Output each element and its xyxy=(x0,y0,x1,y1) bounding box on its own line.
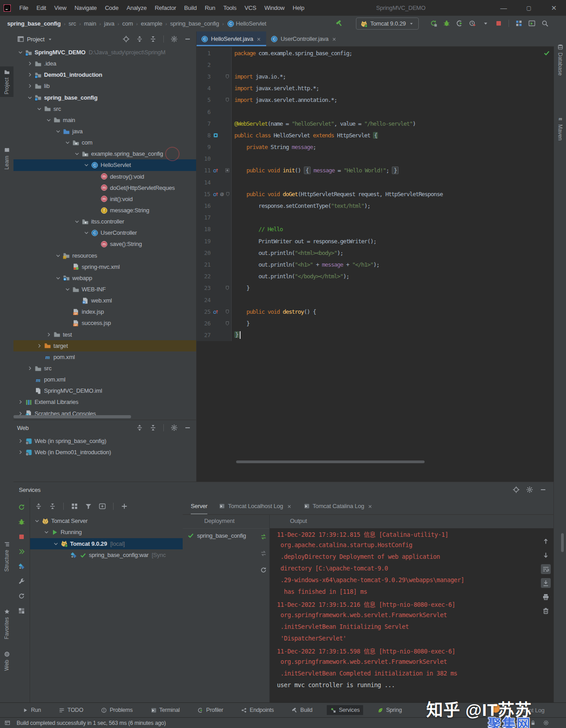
toolwindow-button-problems[interactable]: Problems xyxy=(97,705,136,715)
override-icon[interactable] xyxy=(213,309,219,315)
stripe-item-project[interactable]: Project xyxy=(0,66,13,97)
close-icon[interactable] xyxy=(256,35,262,42)
tree-row[interactable]: WEB-INF xyxy=(13,284,196,295)
tree-row[interactable]: JSPindex.jsp xyxy=(13,306,196,317)
minimize-button[interactable]: — xyxy=(499,4,509,12)
tree-row[interactable]: SpringMVC_DEMOD:\Java_study\project\Spri… xyxy=(13,47,196,58)
fold-marker[interactable] xyxy=(224,165,232,176)
editor-tab-UserController.java[interactable]: CUserController.java xyxy=(266,31,342,46)
gear-button[interactable] xyxy=(169,423,179,433)
menu-analyze[interactable]: Analyze xyxy=(123,4,151,11)
tree-row[interactable]: com xyxy=(13,137,196,148)
menu-tools[interactable]: Tools xyxy=(219,4,240,11)
fold-marker[interactable] xyxy=(224,282,232,294)
output-log[interactable]: 11-Dec-2022 17:39:12.815 信息 [Catalina-ut… xyxy=(270,528,553,693)
toolwindow-button-build[interactable]: Build xyxy=(288,705,316,715)
window-layout-icon[interactable] xyxy=(4,720,10,726)
fold-marker[interactable] xyxy=(224,317,232,329)
fold-marker[interactable] xyxy=(225,188,232,200)
tree-row[interactable]: src xyxy=(13,363,196,374)
breadcrumb-item[interactable]: CHelloServlet xyxy=(227,20,267,27)
tree-row[interactable]: CUserController xyxy=(13,227,196,238)
chevron-right-icon[interactable] xyxy=(46,332,53,338)
tree-row[interactable]: mdestroy():void xyxy=(13,171,196,182)
close-button[interactable]: ✕ xyxy=(549,4,559,12)
filter-button[interactable] xyxy=(83,501,93,511)
tree-row[interactable]: itss.controller xyxy=(13,216,196,227)
tree-row[interactable]: Web (in spring_base_config) xyxy=(13,435,196,447)
stripe-item-learn[interactable]: Learn xyxy=(0,145,13,172)
arrow-up-button[interactable] xyxy=(541,536,551,546)
print-button[interactable] xyxy=(541,592,551,602)
toolwindow-button-terminal[interactable]: Terminal xyxy=(147,705,184,715)
expand-all-button[interactable] xyxy=(34,501,44,511)
chevron-right-icon[interactable] xyxy=(27,365,35,371)
stripe-item-favorites[interactable]: Favorites xyxy=(0,606,13,642)
arrow-down-button[interactable] xyxy=(541,550,551,560)
tree-row[interactable]: External Libraries xyxy=(13,396,196,408)
override-icon[interactable] xyxy=(213,167,219,173)
stop-button[interactable] xyxy=(17,532,26,542)
editor-hscrollbar[interactable] xyxy=(236,460,425,463)
services-tab-server[interactable]: Server xyxy=(191,498,207,514)
chevron-right-icon[interactable] xyxy=(27,72,35,78)
chevron-right-icon[interactable] xyxy=(18,449,25,455)
services-tab-tomcat-catalina-log[interactable]: Tomcat Catalina Log xyxy=(304,498,373,514)
chevron-down-icon[interactable] xyxy=(65,140,72,145)
chevron-right-icon[interactable] xyxy=(18,399,25,405)
chevron-down-icon[interactable] xyxy=(53,541,61,547)
menu-run[interactable]: Run xyxy=(201,4,219,11)
collapse-all-button[interactable] xyxy=(148,34,158,44)
tree-row[interactable]: java xyxy=(13,126,196,137)
gutter-class-icon[interactable] xyxy=(213,132,219,138)
chevron-down-small-button[interactable] xyxy=(481,18,491,28)
tree-row[interactable]: target xyxy=(13,340,196,351)
build-hammer-button[interactable] xyxy=(334,18,344,28)
tree-row[interactable]: spring_base_config xyxy=(13,92,196,103)
tree-row[interactable]: mpom.xml xyxy=(13,351,196,363)
stop-button[interactable] xyxy=(494,18,504,28)
search-button[interactable] xyxy=(540,18,550,28)
fold-marker[interactable] xyxy=(224,94,232,106)
frame-plus-button[interactable] xyxy=(97,501,107,511)
services-tab-tomcat-localhost-log[interactable]: Tomcat Localhost Log xyxy=(219,498,292,514)
chevron-down-icon[interactable] xyxy=(37,106,44,112)
tree-row[interactable]: main xyxy=(13,114,196,126)
refresh-button[interactable] xyxy=(17,591,26,601)
refresh-button[interactable] xyxy=(259,565,268,575)
close-icon[interactable] xyxy=(286,503,292,509)
chevron-right-icon[interactable] xyxy=(27,83,35,89)
tree-row[interactable]: CHelloServlet xyxy=(13,159,196,171)
chevron-down-icon[interactable] xyxy=(44,529,51,535)
toolwindow-button-spring[interactable]: Spring xyxy=(374,705,405,715)
stripe-item-web[interactable]: Web xyxy=(0,649,13,673)
fold-marker[interactable] xyxy=(224,70,232,82)
tree-row[interactable]: webapp xyxy=(13,272,196,284)
maximize-button[interactable]: ▢ xyxy=(524,5,534,11)
project-tree-hscrollbar[interactable] xyxy=(13,415,131,418)
gear-button[interactable] xyxy=(525,485,535,495)
chevron-down-icon[interactable] xyxy=(27,95,35,101)
menu-edit[interactable]: Edit xyxy=(32,4,50,11)
toolwindow-button-todo[interactable]: TODO xyxy=(55,705,87,715)
crosshair-button[interactable] xyxy=(121,34,131,44)
chevron-down-icon[interactable] xyxy=(46,117,53,123)
chevron-down-icon[interactable] xyxy=(65,286,72,292)
menu-view[interactable]: View xyxy=(50,4,70,11)
close-icon[interactable] xyxy=(331,35,337,42)
tree-row[interactable]: Web (in Demo01_introduction) xyxy=(13,447,196,458)
tree-row[interactable]: web.xml xyxy=(13,295,196,306)
breadcrumb-item[interactable]: spring_base_config xyxy=(7,20,61,27)
expand-all-button[interactable] xyxy=(135,423,145,433)
tree-row[interactable]: spring_base_config:war[Sync xyxy=(30,549,183,561)
menu-build[interactable]: Build xyxy=(180,4,201,11)
menu-help[interactable]: Help xyxy=(289,4,308,11)
minus-button[interactable] xyxy=(183,423,193,433)
chevron-right-icon[interactable] xyxy=(18,438,25,444)
tree-row[interactable]: mpom.xml xyxy=(13,374,196,385)
rerun-plain-button[interactable] xyxy=(17,502,26,512)
chevron-down-icon[interactable] xyxy=(84,162,91,168)
group-button[interactable] xyxy=(70,501,79,511)
dashboard-button[interactable] xyxy=(17,606,26,616)
chevron-down-icon[interactable] xyxy=(35,518,42,524)
